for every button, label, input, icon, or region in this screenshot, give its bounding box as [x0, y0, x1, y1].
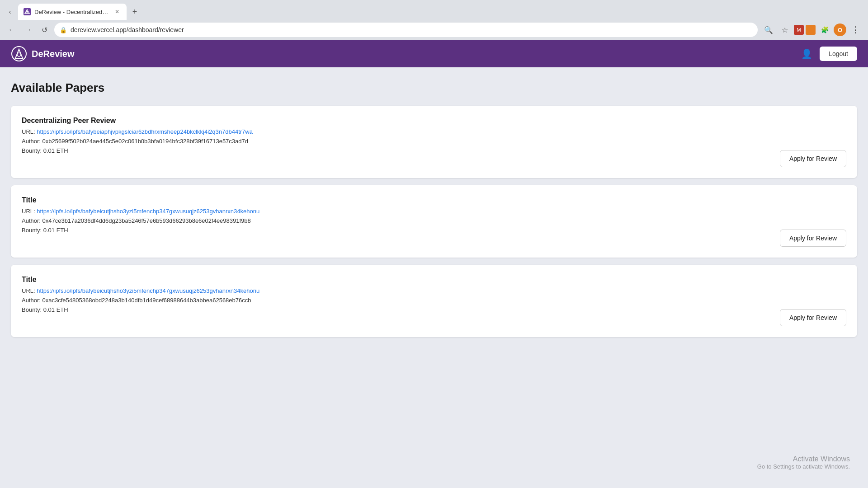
- paper-author: Author: 0xac3cfe54805368obd2248a3b140dfb…: [22, 297, 846, 304]
- paper-card: Decentralizing Peer Review URL: https://…: [11, 106, 857, 178]
- app-header: DeReview 👤 Logout: [0, 40, 868, 67]
- refresh-button[interactable]: ↺: [38, 23, 51, 36]
- page-title: Available Papers: [11, 81, 857, 95]
- tab-close-button[interactable]: ✕: [113, 8, 121, 16]
- search-icon[interactable]: 🔍: [761, 23, 776, 37]
- paper-author: Author: 0xb25699f502b024ae445c5e02c061b0…: [22, 138, 846, 145]
- new-tab-button[interactable]: +: [128, 5, 141, 18]
- bounty-label: Bounty:: [22, 227, 42, 234]
- apply-for-review-button-1[interactable]: Apply for Review: [780, 150, 846, 167]
- bounty-amount: 0.01 ETH: [43, 147, 68, 154]
- svg-marker-3: [15, 49, 23, 58]
- lock-icon: 🔒: [60, 27, 67, 33]
- bounty-label: Bounty:: [22, 147, 42, 154]
- paper-card: Title URL: https://ipfs.io/ipfs/bafybeic…: [11, 265, 857, 337]
- paper-url-link[interactable]: https://ipfs.io/ipfs/bafybeicutjhsho3yzi…: [37, 208, 259, 215]
- author-label: Author:: [22, 297, 41, 304]
- extensions-button[interactable]: 🧩: [817, 23, 832, 37]
- tab-title: DeReview - Decentralized Pape...: [34, 9, 109, 15]
- apply-for-review-button-3[interactable]: Apply for Review: [780, 309, 846, 326]
- author-label: Author:: [22, 138, 41, 145]
- url-label: URL:: [22, 208, 35, 215]
- extension-icon-orange[interactable]: [806, 25, 816, 35]
- bounty-label: Bounty:: [22, 306, 42, 313]
- paper-title: Decentralizing Peer Review: [22, 117, 846, 125]
- address-bar[interactable]: 🔒 dereview.vercel.app/dashboard/reviewer: [54, 23, 758, 37]
- app-header-right: 👤 Logout: [801, 47, 857, 61]
- browser-profile[interactable]: O: [834, 23, 846, 36]
- active-browser-tab[interactable]: DeReview - Decentralized Pape... ✕: [18, 4, 127, 20]
- app-logo-text: DeReview: [32, 49, 75, 59]
- forward-button[interactable]: →: [22, 23, 34, 36]
- url-label: URL:: [22, 287, 35, 294]
- browser-menu-button[interactable]: ⋮: [848, 23, 863, 37]
- extension-icon-red[interactable]: M: [794, 25, 804, 35]
- tab-list-arrow[interactable]: ‹: [4, 5, 16, 18]
- windows-watermark-title: Activate Windows: [757, 455, 850, 463]
- paper-card: Title URL: https://ipfs.io/ipfs/bafybeic…: [11, 185, 857, 258]
- bookmark-icon[interactable]: ☆: [778, 23, 792, 37]
- author-address: 0xac3cfe54805368obd2248a3b140dfb1d49cef6…: [42, 297, 251, 304]
- browser-nav-icons: 🔍 ☆ M 🧩 O ⋮: [761, 23, 863, 37]
- back-button[interactable]: ←: [5, 23, 18, 36]
- paper-url-link[interactable]: https://ipfs.io/ipfs/bafybeiaphjvpkgslci…: [37, 128, 253, 135]
- paper-url: URL: https://ipfs.io/ipfs/bafybeiaphjvpk…: [22, 128, 846, 135]
- svg-point-1: [26, 11, 28, 13]
- author-address: 0x47ce3b17a2036df4dd6dg23ba5246f57e6b593…: [42, 217, 251, 224]
- bounty-amount: 0.01 ETH: [43, 306, 68, 313]
- paper-author: Author: 0x47ce3b17a2036df4dd6dg23ba5246f…: [22, 217, 846, 224]
- author-label: Author:: [22, 217, 41, 224]
- paper-bounty: Bounty: 0.01 ETH: [22, 147, 846, 154]
- windows-watermark-subtitle: Go to Settings to activate Windows.: [757, 463, 850, 470]
- bounty-amount: 0.01 ETH: [43, 227, 68, 234]
- author-address: 0xb25699f502b024ae445c5e02c061b0b3bfa019…: [42, 138, 248, 145]
- paper-title: Title: [22, 196, 846, 204]
- user-icon[interactable]: 👤: [801, 48, 812, 59]
- paper-url-link[interactable]: https://ipfs.io/ipfs/bafybeicutjhsho3yzi…: [37, 287, 259, 294]
- windows-watermark: Activate Windows Go to Settings to activ…: [757, 455, 850, 470]
- apply-for-review-button-2[interactable]: Apply for Review: [780, 230, 846, 247]
- paper-url: URL: https://ipfs.io/ipfs/bafybeicutjhsh…: [22, 208, 846, 215]
- paper-bounty: Bounty: 0.01 ETH: [22, 227, 846, 234]
- tab-favicon: [24, 8, 31, 15]
- app-logo: DeReview: [11, 46, 75, 62]
- browser-chrome: ‹ DeReview - Decentralized Pape... ✕ + ←…: [0, 0, 868, 40]
- paper-title: Title: [22, 276, 846, 284]
- browser-nav-bar: ← → ↺ 🔒 dereview.vercel.app/dashboard/re…: [0, 20, 868, 40]
- logout-button[interactable]: Logout: [820, 47, 857, 61]
- paper-url: URL: https://ipfs.io/ipfs/bafybeicutjhsh…: [22, 287, 846, 294]
- svg-point-4: [17, 53, 21, 56]
- app-logo-icon: [11, 46, 27, 62]
- main-content: Available Papers Decentralizing Peer Rev…: [0, 67, 868, 358]
- url-label: URL:: [22, 128, 35, 135]
- url-text: dereview.vercel.app/dashboard/reviewer: [71, 26, 752, 33]
- paper-bounty: Bounty: 0.01 ETH: [22, 306, 846, 313]
- browser-tab-bar: ‹ DeReview - Decentralized Pape... ✕ +: [0, 0, 868, 20]
